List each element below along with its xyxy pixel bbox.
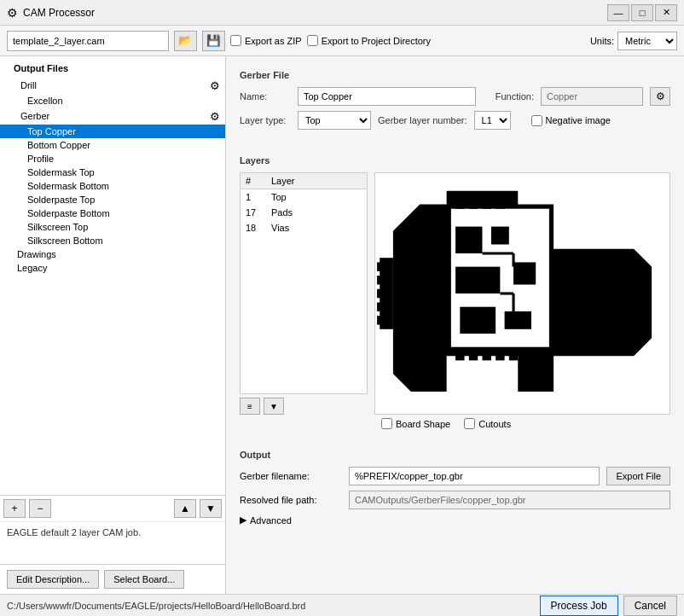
drill-item[interactable]: Drill — [7, 78, 208, 92]
svg-rect-6 — [513, 262, 536, 284]
function-settings-button[interactable]: ⚙ — [650, 87, 670, 106]
svg-rect-12 — [377, 289, 381, 298]
add-item-button[interactable]: + — [3, 499, 26, 518]
negative-image-label[interactable]: Negative image — [531, 115, 611, 126]
resolved-path-row: Resolved file path: — [240, 491, 670, 509]
advanced-arrow-icon: ▶ — [240, 514, 246, 526]
move-up-button[interactable]: ▲ — [174, 499, 196, 518]
output-section: Output Gerber filename: Export File Reso… — [233, 443, 677, 532]
layer-name: Top — [271, 192, 362, 202]
layer-list-item[interactable]: 17Pads — [241, 205, 367, 220]
svg-rect-5 — [455, 267, 500, 293]
move-down-button[interactable]: ▼ — [200, 499, 222, 518]
filename-input[interactable] — [7, 31, 169, 51]
export-zip-label[interactable]: Export as ZIP — [230, 35, 302, 46]
units-group: Units: Metric Imperial — [590, 32, 677, 50]
layers-section: Layers # Layer 1Top17Pads18Vias ≡ ▼ — [233, 148, 677, 436]
layer-list-item[interactable]: 18Vias — [241, 220, 367, 235]
svg-rect-25 — [469, 352, 478, 360]
export-zip-text: Export as ZIP — [245, 36, 302, 46]
function-input[interactable] — [541, 87, 643, 106]
gerber-sub-item[interactable]: Soldermask Bottom — [0, 179, 225, 193]
svg-rect-30 — [469, 200, 478, 208]
layer-list-item[interactable]: 1Top — [241, 189, 367, 205]
gerber-sub-item[interactable]: Profile — [0, 152, 225, 166]
board-shape-label[interactable]: Board Shape — [381, 418, 450, 429]
tree-action-buttons: + − ▲ ▼ — [0, 495, 225, 521]
svg-rect-24 — [455, 352, 464, 360]
units-select[interactable]: Metric Imperial — [617, 32, 677, 50]
layers-canvas — [374, 172, 670, 415]
drawings-item[interactable]: Drawings — [0, 247, 225, 261]
cancel-button[interactable]: Cancel — [623, 596, 677, 616]
output-files-label[interactable]: Output Files — [7, 61, 222, 75]
export-zip-checkbox[interactable] — [230, 35, 241, 46]
cutouts-label[interactable]: Cutouts — [464, 418, 511, 429]
description-area: EAGLE default 2 layer CAM job. — [0, 521, 225, 564]
name-input[interactable] — [298, 87, 476, 106]
gerber-sub-item[interactable]: Solderpaste Bottom — [0, 206, 225, 220]
output-title: Output — [240, 450, 670, 460]
open-button[interactable]: 📂 — [174, 31, 197, 51]
select-board-button[interactable]: Select Board... — [104, 570, 184, 589]
close-button[interactable]: ✕ — [655, 4, 677, 21]
layer-num: 1 — [246, 192, 271, 202]
svg-rect-17 — [607, 253, 625, 289]
export-project-checkbox[interactable] — [307, 35, 318, 46]
gerber-file-title: Gerber File — [240, 70, 670, 80]
svg-rect-7 — [460, 307, 496, 334]
gerber-sub-item[interactable]: Top Copper — [0, 125, 225, 138]
layers-menu-button[interactable]: ≡ — [240, 398, 260, 415]
negative-image-checkbox[interactable] — [531, 115, 542, 126]
layer-num: 17 — [246, 207, 271, 218]
svg-rect-15 — [567, 262, 585, 280]
advanced-label: Advanced — [250, 515, 292, 526]
excellon-item[interactable]: Excellon — [0, 94, 225, 108]
output-files-header: Output Files — [0, 60, 225, 77]
layer-type-label: Layer type: — [240, 115, 291, 125]
layer-name: Vias — [271, 223, 362, 233]
board-shape-text: Board Shape — [396, 419, 450, 429]
board-shape-checkbox[interactable] — [381, 418, 392, 429]
gerber-item[interactable]: Gerber — [7, 109, 208, 123]
svg-rect-9 — [380, 258, 393, 329]
layers-list: # Layer 1Top17Pads18Vias — [240, 172, 368, 394]
gerber-sub-item[interactable]: Soldermask Top — [0, 166, 225, 179]
legacy-item[interactable]: Legacy — [0, 261, 225, 275]
svg-rect-13 — [377, 302, 381, 311]
edit-description-button[interactable]: Edit Description... — [7, 570, 99, 589]
svg-rect-18 — [567, 293, 594, 311]
pcb-preview-svg — [375, 173, 670, 414]
window-controls: — □ ✕ — [607, 4, 677, 21]
name-label: Name: — [240, 91, 291, 102]
gerber-sub-item[interactable]: Silkscreen Top — [0, 220, 225, 234]
gerber-layer-select[interactable]: L1 L2 — [474, 111, 511, 130]
name-row: Name: Function: ⚙ — [240, 87, 670, 106]
svg-rect-27 — [496, 352, 504, 360]
gerber-sub-item[interactable]: Solderpaste Top — [0, 193, 225, 206]
cutouts-checkbox[interactable] — [464, 418, 475, 429]
layer-num: 18 — [246, 223, 271, 233]
gerber-filename-input[interactable] — [349, 467, 600, 485]
gerber-gear-button[interactable]: ⚙ — [208, 110, 222, 123]
drill-gear-button[interactable]: ⚙ — [208, 79, 222, 92]
process-job-button[interactable]: Process Job — [540, 596, 618, 616]
remove-item-button[interactable]: − — [29, 499, 51, 518]
layers-footer: ≡ ▼ — [240, 398, 368, 415]
svg-rect-29 — [455, 200, 464, 208]
gerber-sub-item[interactable]: Silkscreen Bottom — [0, 234, 225, 247]
save-button[interactable]: 💾 — [202, 31, 225, 51]
export-file-button[interactable]: Export File — [606, 467, 670, 485]
layers-title: Layers — [240, 155, 670, 166]
export-project-label[interactable]: Export to Project Directory — [307, 35, 431, 46]
layer-type-select[interactable]: Top Bottom Inner Mechanical — [298, 111, 371, 130]
maximize-button[interactable]: □ — [631, 4, 653, 21]
gerber-sub-item[interactable]: Bottom Copper — [0, 138, 225, 152]
gerber-filename-row: Gerber filename: Export File — [240, 467, 670, 485]
minimize-button[interactable]: — — [607, 4, 629, 21]
advanced-row[interactable]: ▶ Advanced — [240, 514, 670, 526]
svg-rect-16 — [589, 258, 603, 284]
tree-view: Output Files Drill ⚙ Excellon Gerber ⚙ T… — [0, 56, 225, 495]
svg-rect-19 — [598, 298, 620, 311]
layers-settings-button[interactable]: ▼ — [264, 398, 284, 415]
